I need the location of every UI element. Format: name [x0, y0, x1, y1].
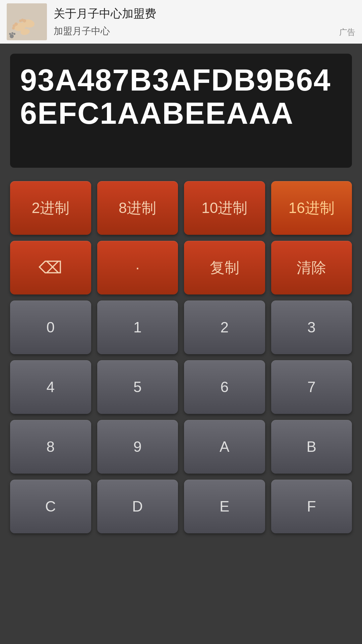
digit-button-4[interactable]: 4: [10, 360, 91, 414]
digit-button-5[interactable]: 5: [97, 360, 178, 414]
svg-point-9: [19, 19, 22, 22]
digit-row-2: 89AB: [10, 420, 352, 474]
digit-button-2[interactable]: 2: [184, 301, 265, 354]
svg-point-6: [12, 27, 15, 30]
ad-tag: 广告: [339, 27, 355, 38]
svg-point-13: [13, 33, 15, 35]
digit-rows: 0123456789ABCDEF: [10, 301, 352, 533]
base-button-base-2[interactable]: 2进制: [10, 181, 91, 235]
svg-point-12: [11, 32, 13, 34]
digit-button-d[interactable]: D: [97, 480, 178, 533]
digit-button-e[interactable]: E: [184, 480, 265, 533]
action-row: ⌫·复制清除: [10, 241, 352, 294]
digit-button-0[interactable]: 0: [10, 301, 91, 354]
svg-point-11: [9, 33, 11, 35]
digit-button-6[interactable]: 6: [184, 360, 265, 414]
base-button-base-10[interactable]: 10进制: [184, 181, 265, 235]
action-button-backspace[interactable]: ⌫: [10, 241, 91, 294]
digit-button-c[interactable]: C: [10, 480, 91, 533]
base-selector-row: 2进制8进制10进制16进制: [10, 181, 352, 235]
digit-button-a[interactable]: A: [184, 420, 265, 474]
digit-row-3: CDEF: [10, 480, 352, 533]
display-value: 93A487B3AFDB9B646EFC1AABEEAAA: [20, 64, 342, 130]
base-button-base-8[interactable]: 8进制: [97, 181, 178, 235]
digit-row-1: 4567: [10, 360, 352, 414]
digit-button-1[interactable]: 1: [97, 301, 178, 354]
digit-button-7[interactable]: 7: [271, 360, 352, 414]
ad-subtitle: 加盟月子中心: [54, 25, 110, 38]
digit-button-3[interactable]: 3: [271, 301, 352, 354]
digit-button-9[interactable]: 9: [97, 420, 178, 474]
ad-footer: 加盟月子中心 广告: [54, 25, 355, 38]
ad-content: 关于月子中心加盟费 加盟月子中心 广告: [54, 6, 355, 38]
backspace-icon: ⌫: [39, 258, 62, 277]
ad-image: [7, 3, 47, 40]
base-button-base-16[interactable]: 16进制: [271, 181, 352, 235]
svg-point-5: [13, 24, 16, 28]
digit-button-8[interactable]: 8: [10, 420, 91, 474]
calculator: 93A487B3AFDB9B646EFC1AABEEAAA 2进制8进制10进制…: [0, 44, 362, 546]
digit-button-f[interactable]: F: [271, 480, 352, 533]
display: 93A487B3AFDB9B646EFC1AABEEAAA: [10, 54, 352, 168]
ad-title: 关于月子中心加盟费: [54, 6, 355, 21]
action-button-dot[interactable]: ·: [97, 241, 178, 294]
ad-banner: 关于月子中心加盟费 加盟月子中心 广告: [0, 0, 362, 44]
digit-row-0: 0123: [10, 301, 352, 354]
action-button-clear[interactable]: 清除: [271, 241, 352, 294]
digit-button-b[interactable]: B: [271, 420, 352, 474]
action-button-copy[interactable]: 复制: [184, 241, 265, 294]
